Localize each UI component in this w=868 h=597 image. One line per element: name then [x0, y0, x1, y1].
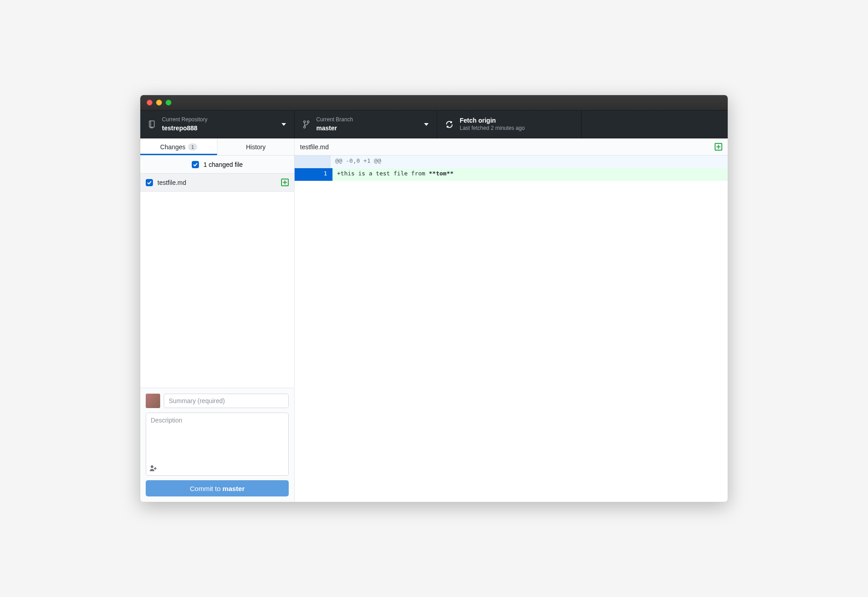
- svg-point-2: [307, 121, 309, 123]
- top-toolbar: Current Repository testrepo888: [140, 110, 728, 138]
- diff-line-added[interactable]: 1 +this is a test file from **tom**: [295, 168, 728, 181]
- chevron-down-icon: [282, 123, 286, 126]
- diff-line-content: +this is a test file from **tom**: [331, 168, 728, 181]
- fetch-label: Fetch origin: [460, 116, 525, 124]
- diff-filename: testfile.md: [300, 143, 329, 151]
- old-line-number: [295, 168, 313, 181]
- svg-point-3: [304, 126, 305, 128]
- sidebar-tabs: Changes 1 History: [140, 138, 294, 156]
- commit-button[interactable]: Commit to master: [146, 480, 289, 496]
- new-line-number: 1: [313, 168, 331, 181]
- changes-sidebar: Changes 1 History 1 changed file: [140, 138, 295, 502]
- window-titlebar: [140, 95, 728, 110]
- select-all-checkbox[interactable]: [192, 161, 199, 168]
- repository-dropdown[interactable]: Current Repository testrepo888: [140, 110, 295, 138]
- commit-description-area: [146, 413, 289, 476]
- changes-summary-text: 1 changed file: [203, 161, 243, 168]
- added-file-icon: [281, 179, 289, 186]
- close-window-button[interactable]: [147, 100, 152, 106]
- diff-header: testfile.md: [295, 138, 728, 156]
- branch-name: master: [316, 124, 353, 132]
- commit-button-prefix: Commit to: [190, 485, 221, 492]
- tab-changes-label: Changes: [160, 143, 185, 151]
- fetch-status: Last fetched 2 minutes ago: [460, 125, 525, 132]
- diff-body[interactable]: @@ -0,0 +1 @@ 1 +this is a test file fro…: [295, 156, 728, 502]
- minimize-window-button[interactable]: [156, 100, 162, 106]
- fetch-origin-button[interactable]: Fetch origin Last fetched 2 minutes ago: [437, 110, 582, 138]
- commit-summary-input[interactable]: [164, 394, 289, 408]
- hunk-header-text: @@ -0,0 +1 @@: [331, 156, 728, 168]
- tab-history-label: History: [246, 143, 266, 151]
- repo-label: Current Repository: [162, 116, 208, 124]
- repo-icon: [148, 120, 156, 129]
- changed-files-list: testfile.md: [140, 174, 294, 388]
- maximize-window-button[interactable]: [166, 100, 171, 106]
- commit-description-input[interactable]: [146, 413, 288, 475]
- app-window: Current Repository testrepo888: [140, 95, 728, 502]
- diff-pane: testfile.md @@ -0,0 +1 @@ 1 +this is a t…: [295, 138, 728, 502]
- added-file-icon: [715, 143, 722, 151]
- sync-icon: [445, 120, 453, 129]
- branch-icon: [303, 120, 310, 129]
- changes-count-badge: 1: [188, 143, 197, 151]
- file-name: testfile.md: [157, 179, 277, 186]
- tab-changes[interactable]: Changes 1: [140, 138, 217, 155]
- branch-dropdown[interactable]: Current Branch master: [295, 110, 437, 138]
- svg-point-4: [151, 465, 153, 468]
- commit-button-branch: master: [222, 485, 245, 492]
- commit-form: Commit to master: [140, 388, 294, 502]
- tab-history[interactable]: History: [217, 138, 294, 155]
- branch-label: Current Branch: [316, 116, 353, 124]
- svg-rect-0: [149, 121, 154, 127]
- changed-file-row[interactable]: testfile.md: [140, 174, 294, 192]
- changes-summary-row: 1 changed file: [140, 156, 294, 174]
- svg-point-1: [304, 121, 305, 123]
- file-checkbox[interactable]: [146, 179, 153, 186]
- add-coauthor-icon[interactable]: [150, 465, 157, 473]
- diff-hunk-header: @@ -0,0 +1 @@: [295, 156, 728, 168]
- repo-name: testrepo888: [162, 124, 208, 132]
- avatar: [146, 394, 160, 408]
- chevron-down-icon: [424, 123, 429, 126]
